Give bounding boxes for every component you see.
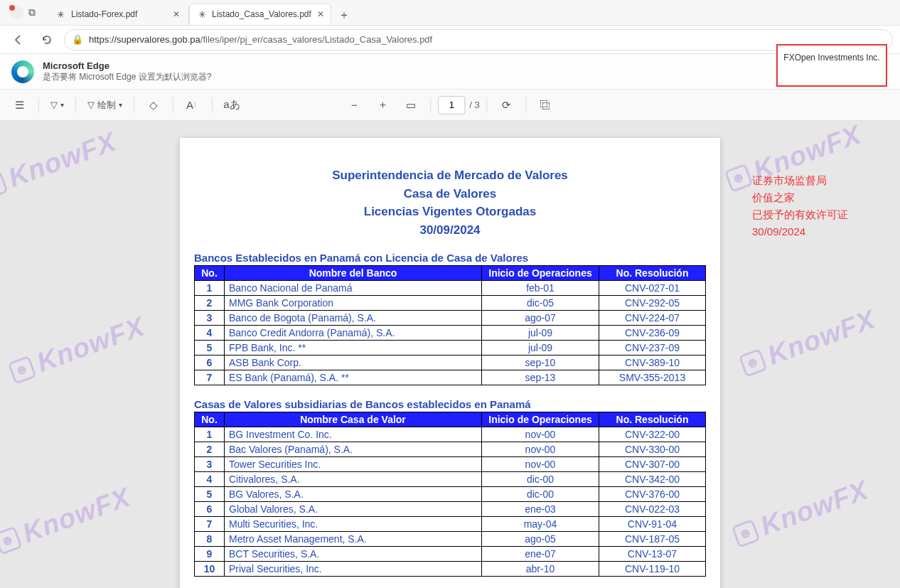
cell-resolution: CNV-13-07 <box>599 547 706 562</box>
col-start: Inicio de Operaciones <box>482 266 599 281</box>
fit-page-button[interactable]: ▭ <box>399 93 423 117</box>
close-tab-icon[interactable]: ✕ <box>173 9 180 19</box>
col-start: Inicio de Operaciones <box>482 412 599 427</box>
tab-listado-casa-valores[interactable]: ✳ Listado_Casa_Valores.pdf ✕ <box>189 4 331 25</box>
table-row: 10Prival Securities, Inc.abr-10CNV-119-1… <box>195 562 706 577</box>
draw-button[interactable]: ▽ 绘制 ▾ <box>83 93 127 117</box>
highlight-button[interactable]: ▽ ▾ <box>46 93 68 117</box>
close-tab-icon[interactable]: ✕ <box>317 9 324 19</box>
cell-resolution: CNV-389-10 <box>599 356 706 370</box>
table-header-row: No. Nombre del Banco Inicio de Operacion… <box>195 266 706 281</box>
workspaces-icon[interactable]: ⧉ <box>28 6 36 18</box>
back-button[interactable] <box>7 28 30 51</box>
table-row: 1Banco Nacional de Panamáfeb-01CNV-027-0… <box>195 281 706 296</box>
url-input[interactable]: 🔒 https://supervalores.gob.pa/files/iper… <box>64 29 893 50</box>
cell-start: nov-00 <box>482 457 599 472</box>
cell-start: nov-00 <box>482 442 599 457</box>
cell-resolution: CNV-307-00 <box>599 457 706 472</box>
zoom-in-button[interactable]: ＋ <box>370 93 395 117</box>
cell-name: Tower Securities Inc. <box>225 457 482 472</box>
cell-name: Prival Securities, Inc. <box>225 562 482 577</box>
cell-name: BG Investment Co. Inc. <box>225 427 482 442</box>
col-name: Nombre del Banco <box>225 266 482 281</box>
notification-dot-icon <box>9 5 15 11</box>
watermark: ☻KnowFX <box>0 126 120 203</box>
cell-resolution: CNV-376-00 <box>599 487 706 502</box>
pdf-viewer[interactable]: ☻KnowFX ☻KnowFX ☻KnowFX ☻KnowFX ☻KnowFX … <box>0 121 900 588</box>
cell-start: dic-05 <box>482 296 599 311</box>
page-total: / 3 <box>469 100 479 110</box>
refresh-icon <box>41 34 53 46</box>
tab-listado-forex[interactable]: ✳ Listado-Forex.pdf ✕ <box>47 4 189 25</box>
erase-button[interactable]: ◇ <box>141 93 166 117</box>
section2-title: Casas de Valores subsidiarias de Bancos … <box>194 398 706 410</box>
text-size-button[interactable]: A〕 <box>181 93 205 117</box>
profile-avatar[interactable] <box>10 6 24 20</box>
table-row: 2Bac Valores (Panamá), S.A.nov-00CNV-330… <box>195 442 706 457</box>
chevron-down-icon: ▾ <box>60 101 64 109</box>
edge-logo-icon <box>11 60 34 83</box>
cell-resolution: CNV-119-10 <box>599 562 706 577</box>
watermark: ☻KnowFX <box>0 481 134 558</box>
table-row: 2MMG Bank Corporationdic-05CNV-292-05 <box>195 296 706 311</box>
draw-label: 绘制 <box>97 99 116 112</box>
cell-no: 3 <box>195 311 225 326</box>
pen-icon: ▽ <box>87 100 95 110</box>
tab-title: Listado-Forex.pdf <box>71 9 137 19</box>
page-number-input[interactable] <box>438 96 465 114</box>
cell-no: 7 <box>195 370 225 385</box>
highlight-callout: FXOpen Investments Inc. <box>776 44 887 87</box>
site-info-icon[interactable]: 🔒 <box>72 34 83 45</box>
page-view-button[interactable]: ⿻ <box>534 93 558 117</box>
watermark: ☻KnowFX <box>730 474 873 551</box>
chevron-down-icon: ▾ <box>119 101 122 109</box>
highlighter-icon: ▽ <box>50 100 58 110</box>
read-aloud-button[interactable]: aあ <box>220 93 244 117</box>
table-row: 5BG Valores, S.A.dic-00CNV-376-00 <box>195 487 706 502</box>
document-title: Superintendencia de Mercado de Valores C… <box>194 166 706 239</box>
separator <box>38 97 39 113</box>
watermark: ☻KnowFX <box>737 304 880 380</box>
cell-start: sep-10 <box>482 356 599 370</box>
cell-name: FPB Bank, Inc. ** <box>225 341 482 356</box>
cell-start: dic-00 <box>482 487 599 502</box>
default-browser-prompt: Microsoft Edge 是否要将 Microsoft Edge 设置为默认… <box>0 54 900 90</box>
cell-no: 4 <box>195 326 225 341</box>
cell-no: 5 <box>195 341 225 356</box>
tab-title: Listado_Casa_Valores.pdf <box>212 9 311 19</box>
cell-resolution: CNV-187-05 <box>599 532 706 547</box>
cell-name: Banco Credit Andorra (Panamá), S.A. <box>225 326 482 341</box>
refresh-button[interactable] <box>36 28 58 51</box>
rotate-button[interactable]: ⟳ <box>495 93 519 117</box>
cell-no: 6 <box>195 502 225 517</box>
cell-no: 6 <box>195 356 225 370</box>
cell-no: 8 <box>195 532 225 547</box>
section2-table: No. Nombre Casa de Valor Inicio de Opera… <box>194 412 706 577</box>
pdf-toolbar: ☰ ▽ ▾ ▽ 绘制 ▾ ◇ A〕 aあ − ＋ ▭ / 3 ⟳ ⿻ <box>0 90 900 121</box>
cell-resolution: CNV-330-00 <box>599 442 706 457</box>
zoom-out-button[interactable]: − <box>342 93 366 117</box>
cell-start: may-04 <box>482 517 599 532</box>
separator <box>173 97 173 113</box>
table-row: 5FPB Bank, Inc. **jul-09CNV-237-09 <box>195 341 706 356</box>
table-row: 3Tower Securities Inc.nov-00CNV-307-00 <box>195 457 706 472</box>
window-controls: ⧉ <box>4 6 41 20</box>
cell-name: ES Bank (Panamá), S.A. ** <box>225 370 482 385</box>
table-row: 4Citivalores, S.A.dic-00CNV-342-00 <box>195 472 706 487</box>
table-row: 6Global Valores, S.A.ene-03CNV-022-03 <box>195 502 706 517</box>
cell-start: ene-03 <box>482 502 599 517</box>
separator <box>526 97 527 113</box>
table-header-row: No. Nombre Casa de Valor Inicio de Opera… <box>195 412 706 427</box>
table-row: 1BG Investment Co. Inc.nov-00CNV-322-00 <box>195 427 706 442</box>
cell-name: Bac Valores (Panamá), S.A. <box>225 442 482 457</box>
cell-name: Banco de Bogota (Panamá), S.A. <box>225 311 482 326</box>
cell-resolution: CNV-027-01 <box>599 281 706 296</box>
cell-no: 2 <box>195 442 225 457</box>
new-tab-button[interactable]: ＋ <box>334 5 354 25</box>
cell-name: BG Valores, S.A. <box>225 487 482 502</box>
col-resolution: No. Resolución <box>599 412 706 427</box>
section1-table: No. Nombre del Banco Inicio de Operacion… <box>194 265 706 385</box>
contents-button[interactable]: ☰ <box>7 93 31 117</box>
address-bar: 🔒 https://supervalores.gob.pa/files/iper… <box>0 26 900 54</box>
col-resolution: No. Resolución <box>599 266 706 281</box>
